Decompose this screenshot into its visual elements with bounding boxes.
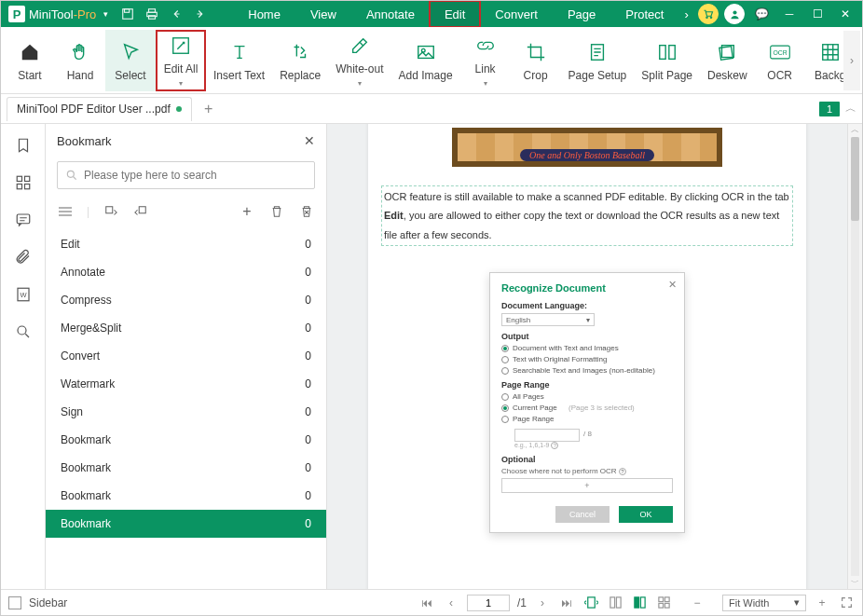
dialog-cancel-button[interactable]: Cancel: [555, 506, 610, 523]
ribbon-hand[interactable]: Hand: [55, 30, 105, 91]
output-option-2[interactable]: Text with Original Formatting: [501, 355, 673, 363]
range-custom[interactable]: Page Range: [501, 415, 673, 423]
bookmark-icon[interactable]: [13, 135, 34, 156]
bookmark-item[interactable]: Edit0: [46, 230, 326, 258]
ribbon-ocr[interactable]: OCROCR: [755, 30, 805, 91]
last-page-icon[interactable]: ⏭: [558, 596, 575, 609]
bookmark-item[interactable]: Watermark0: [46, 370, 326, 398]
ribbon-add-image[interactable]: Add Image: [391, 30, 460, 91]
sidebar-toggle-icon[interactable]: [8, 596, 21, 609]
ribbon-start[interactable]: Start: [5, 30, 55, 91]
range-current[interactable]: Current Page (Page 3 is selected): [501, 404, 673, 412]
delete-bookmark-icon[interactable]: [268, 203, 285, 220]
bookmark-item[interactable]: Convert0: [46, 342, 326, 370]
qat-customise[interactable]: ▾: [103, 9, 108, 19]
ribbon-scroll-right[interactable]: ›: [843, 31, 860, 90]
save-icon[interactable]: [117, 4, 138, 24]
bookmark-item[interactable]: Merge&Split0: [46, 314, 326, 342]
title-bar: P MiniTool-Pro ▾ Home View Annotate Edit…: [1, 1, 862, 27]
menu-convert[interactable]: Convert: [480, 1, 553, 27]
bookmark-search-input[interactable]: [84, 169, 307, 182]
svg-rect-32: [616, 597, 621, 608]
svg-rect-20: [24, 176, 29, 181]
collapse-all-icon[interactable]: [57, 203, 74, 220]
thumbnails-icon[interactable]: [13, 172, 34, 193]
ribbon-edit-all[interactable]: Edit All▾: [156, 30, 206, 91]
menu-annotate[interactable]: Annotate: [351, 1, 430, 27]
zoom-select[interactable]: Fit Width▾: [722, 595, 806, 611]
lang-label: Document Language:: [501, 301, 673, 310]
ribbon-white-out[interactable]: White-out▾: [328, 30, 390, 91]
bookmark-item[interactable]: Sign0: [46, 398, 326, 426]
ribbon-select[interactable]: Select: [105, 30, 156, 91]
next-page-icon[interactable]: ›: [534, 596, 551, 609]
menu-more[interactable]: ›: [678, 1, 693, 27]
vertical-scrollbar[interactable]: ︿ ﹀: [847, 124, 862, 589]
svg-rect-19: [17, 176, 21, 181]
ribbon-deskew[interactable]: Deskew: [700, 30, 755, 91]
search-icon[interactable]: [13, 322, 34, 342]
ribbon-insert-text[interactable]: Insert Text: [206, 30, 272, 91]
bookmark-item[interactable]: Bookmark0: [46, 510, 326, 538]
menu-home[interactable]: Home: [233, 1, 295, 27]
redo-icon[interactable]: [190, 4, 211, 24]
dialog-close-icon[interactable]: ✕: [668, 279, 677, 291]
dialog-ok-button[interactable]: OK: [619, 506, 673, 523]
close-icon[interactable]: ✕: [832, 3, 858, 25]
bookmark-item[interactable]: Annotate0: [46, 258, 326, 286]
bookmark-item[interactable]: Bookmark0: [46, 482, 326, 510]
bookmark-search[interactable]: [57, 161, 315, 189]
fullscreen-icon[interactable]: [838, 596, 855, 609]
cart-icon[interactable]: [698, 4, 719, 24]
zoom-in-icon[interactable]: +: [814, 596, 830, 609]
menu-page[interactable]: Page: [553, 1, 610, 27]
ribbon-replace[interactable]: Replace: [272, 30, 328, 91]
ribbon-crop[interactable]: Crop: [511, 30, 561, 91]
indent-left-icon[interactable]: [103, 203, 119, 220]
search-icon: [65, 169, 78, 182]
bookmark-panel-title: Bookmark: [57, 134, 112, 148]
svg-point-5: [706, 17, 708, 19]
bookmark-item[interactable]: Bookmark0: [46, 454, 326, 482]
range-all[interactable]: All Pages: [501, 392, 673, 401]
lang-select[interactable]: English▾: [501, 313, 595, 326]
ribbon-link[interactable]: Link▾: [460, 30, 511, 91]
page-number-input[interactable]: [467, 595, 510, 611]
ribbon-split-page[interactable]: Split Page: [634, 30, 700, 91]
menu-edit[interactable]: Edit: [430, 1, 480, 27]
first-page-icon[interactable]: ⏮: [418, 596, 435, 609]
feedback-icon[interactable]: 💬: [748, 3, 774, 25]
tabbar-collapse-icon[interactable]: ︿: [845, 101, 856, 116]
document-tab[interactable]: MiniTool PDF Editor User ...pdf: [7, 97, 192, 121]
add-exclusion[interactable]: +: [501, 478, 673, 493]
menu-protect[interactable]: Protect: [610, 1, 678, 27]
remove-all-icon[interactable]: [298, 203, 315, 220]
menu-view[interactable]: View: [295, 1, 351, 27]
attachments-icon[interactable]: [13, 247, 34, 267]
indent-right-icon[interactable]: [132, 203, 149, 220]
output-option-1[interactable]: Document with Text and Images: [501, 344, 673, 352]
panel-close-icon[interactable]: ✕: [304, 133, 315, 148]
word-export-icon[interactable]: W: [13, 284, 34, 305]
view-grid-icon[interactable]: [655, 595, 672, 611]
bookmark-item[interactable]: Bookmark0: [46, 426, 326, 454]
view-two-page-icon[interactable]: [631, 595, 648, 611]
prev-page-icon[interactable]: ‹: [443, 596, 459, 609]
range-input[interactable]: [514, 429, 580, 442]
ribbon-page-setup[interactable]: Page Setup: [561, 30, 635, 91]
comments-icon[interactable]: [13, 210, 34, 230]
view-single-icon[interactable]: [582, 595, 599, 611]
add-bookmark-icon[interactable]: +: [239, 203, 255, 220]
minimise-icon[interactable]: ─: [776, 3, 802, 25]
user-icon[interactable]: [724, 4, 745, 24]
zoom-out-icon[interactable]: −: [689, 596, 705, 609]
print-icon[interactable]: [142, 4, 162, 24]
undo-icon[interactable]: [166, 4, 186, 24]
maximise-icon[interactable]: ☐: [804, 3, 830, 25]
tab-new[interactable]: +: [198, 101, 220, 117]
main-menu: Home View Annotate Edit Convert Page Pro…: [233, 1, 694, 27]
document-view[interactable]: One and Only Boston Baseball OCR feature…: [327, 124, 847, 589]
output-option-3[interactable]: Searchable Text and Images (non-editable…: [501, 366, 673, 375]
bookmark-item[interactable]: Compress0: [46, 286, 326, 314]
view-continuous-icon[interactable]: [607, 595, 623, 611]
